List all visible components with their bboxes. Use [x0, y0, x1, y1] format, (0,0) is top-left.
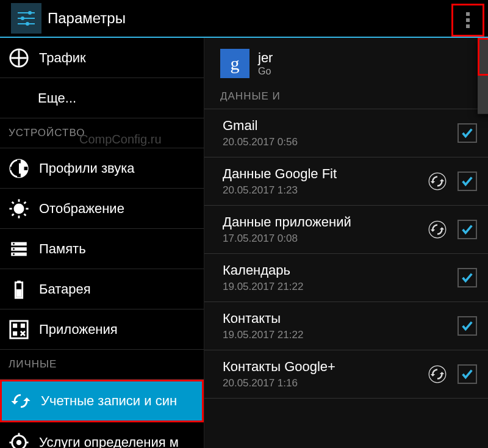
sync-checkbox[interactable]: [458, 220, 477, 239]
sync-item-date: 20.05.2017 1:23: [223, 184, 422, 197]
sync-checkbox[interactable]: [458, 268, 477, 287]
overflow-icon: [466, 12, 470, 28]
app-header: Параметры: [0, 0, 488, 38]
sync-item-name: Данные Google Fit: [223, 166, 422, 182]
sidebar-label: Трафик: [39, 50, 86, 66]
sidebar-label: Батарея: [39, 281, 91, 297]
svg-rect-29: [16, 289, 22, 297]
svg-line-17: [12, 201, 14, 203]
sidebar-label: Приложения: [39, 322, 118, 338]
battery-icon: [9, 279, 29, 300]
sync-item-name: Данные приложений: [223, 214, 422, 230]
sync-checkbox[interactable]: [458, 172, 477, 191]
settings-icon: [11, 3, 41, 34]
svg-point-24: [13, 243, 15, 245]
sync-item-name: Календарь: [223, 262, 451, 278]
sidebar-label: Услуги определения м: [39, 435, 179, 448]
sync-section-label: ДАННЫЕ И: [204, 87, 488, 109]
sidebar-label: Учетные записи и син: [41, 393, 177, 409]
sync-item-name: Контакты Google+: [223, 359, 422, 375]
sidebar-item-accounts-sync[interactable]: Учетные записи и син: [0, 380, 204, 422]
svg-rect-8: [17, 159, 21, 163]
account-provider: Go: [258, 66, 273, 77]
sidebar-item-storage[interactable]: Память: [0, 229, 204, 269]
svg-rect-30: [10, 320, 27, 338]
sidebar-item-location[interactable]: Услуги определения м: [0, 422, 204, 448]
svg-rect-28: [17, 280, 21, 282]
traffic-icon: [9, 48, 29, 68]
sync-item-name: Gmail: [223, 118, 451, 134]
svg-point-25: [13, 248, 15, 250]
syncing-icon: [428, 365, 447, 383]
sound-icon: [9, 158, 29, 179]
svg-point-35: [17, 441, 21, 444]
svg-rect-11: [24, 167, 28, 170]
sidebar-item-battery[interactable]: Батарея: [0, 269, 204, 309]
sync-item[interactable]: Gmail20.05.2017 0:56: [204, 109, 488, 157]
sync-item-name: Контакты: [223, 311, 451, 327]
sidebar-label: Отображение: [39, 201, 124, 217]
svg-rect-9: [17, 173, 21, 177]
svg-rect-10: [10, 167, 14, 170]
svg-line-19: [12, 214, 14, 215]
svg-point-26: [13, 253, 15, 255]
sidebar-label: Профили звука: [39, 161, 135, 176]
overflow-menu: Удалить учетную запись Синхронизировать …: [478, 38, 488, 114]
sidebar-item-more[interactable]: Еще...: [0, 78, 204, 118]
sidebar-item-display[interactable]: Отображение: [0, 189, 204, 229]
menu-remove-account[interactable]: Удалить учетную запись: [478, 38, 488, 76]
svg-rect-32: [21, 323, 25, 328]
sync-item-date: 20.05.2017 0:56: [223, 136, 451, 148]
menu-sync-now[interactable]: Синхронизировать сейчас: [478, 76, 488, 114]
location-icon: [9, 432, 29, 448]
sync-item[interactable]: Контакты19.05.2017 21:22: [204, 302, 488, 350]
section-personal: ЛИЧНЫЕ: [0, 350, 204, 380]
account-detail-pane: g jer Go ДАННЫЕ И Gmail20.05.2017 0:56Да…: [204, 38, 488, 448]
svg-line-18: [24, 214, 26, 215]
sync-checkbox[interactable]: [458, 364, 477, 384]
page-title: Параметры: [48, 10, 126, 27]
sync-item[interactable]: Календарь19.05.2017 21:22: [204, 254, 488, 302]
svg-rect-33: [13, 331, 17, 335]
syncing-icon: [428, 172, 447, 190]
sync-item-date: 19.05.2017 21:22: [223, 281, 451, 293]
sidebar-item-sound[interactable]: Профили звука: [0, 148, 204, 189]
sync-checkbox[interactable]: [458, 316, 477, 336]
overflow-menu-button[interactable]: [451, 4, 484, 37]
svg-line-20: [24, 201, 26, 203]
sync-item[interactable]: Данные Google Fit20.05.2017 1:23: [204, 157, 488, 206]
storage-icon: [9, 239, 29, 259]
svg-point-4: [21, 16, 24, 20]
account-name: jer: [258, 50, 273, 66]
display-icon: [9, 198, 29, 219]
account-header[interactable]: g jer Go: [204, 38, 488, 87]
google-badge-icon: g: [220, 49, 249, 78]
svg-point-12: [14, 203, 24, 214]
sync-item[interactable]: Контакты Google+20.05.2017 1:16: [204, 350, 488, 399]
sync-item-date: 17.05.2017 0:08: [223, 233, 422, 245]
sync-item-date: 19.05.2017 21:22: [223, 329, 451, 341]
apps-icon: [9, 319, 29, 340]
sync-checkbox[interactable]: [458, 123, 477, 143]
sync-item-date: 20.05.2017 1:16: [223, 377, 422, 389]
sidebar-item-apps[interactable]: Приложения: [0, 309, 204, 350]
sync-item[interactable]: Данные приложений17.05.2017 0:08: [204, 206, 488, 254]
settings-sidebar: Трафик Еще... УСТРОЙСТВО CompConfig.ru П…: [0, 38, 204, 448]
svg-point-5: [26, 22, 29, 26]
section-device: УСТРОЙСТВО: [0, 118, 204, 148]
svg-rect-31: [13, 323, 17, 328]
sidebar-label: Память: [39, 241, 86, 257]
syncing-icon: [428, 220, 447, 239]
sidebar-item-traffic[interactable]: Трафик: [0, 38, 204, 78]
sidebar-label: Еще...: [38, 90, 76, 106]
sync-icon: [10, 391, 31, 411]
svg-point-3: [28, 11, 32, 15]
